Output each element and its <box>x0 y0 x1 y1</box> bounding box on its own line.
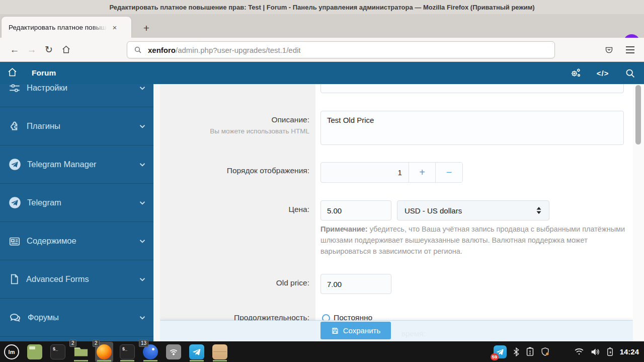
folder-window-button[interactable]: 2 <box>72 342 90 362</box>
telegram-app-button[interactable] <box>188 342 206 362</box>
description-hint: Вы можете использовать HTML <box>160 127 309 135</box>
search-icon <box>134 46 142 54</box>
screen: Редактировать платное повышение прав: Te… <box>0 0 644 362</box>
old-price-input[interactable] <box>320 274 391 294</box>
battery-tray-icon[interactable] <box>606 347 614 356</box>
save-button[interactable]: Сохранить <box>320 322 391 339</box>
home-button[interactable] <box>57 41 74 58</box>
telegram-icon <box>8 196 22 209</box>
taskbar-apps: lm $_ 2 2 $_ 13 <box>0 342 229 362</box>
sidebar-item-telegram[interactable]: Telegram <box>0 184 153 222</box>
menu-button[interactable] <box>621 41 638 58</box>
telegram-tray-icon[interactable]: 59 <box>494 345 507 358</box>
window-titlebar: Редактировать платное повышение прав: Te… <box>0 0 644 14</box>
increment-button[interactable]: + <box>409 163 436 182</box>
reload-button[interactable]: ↻ <box>40 41 57 58</box>
window-count-badge: 13 <box>139 340 148 347</box>
forward-button[interactable]: → <box>23 41 40 58</box>
back-button[interactable]: ← <box>6 41 23 58</box>
tab-bar: Редактировать платное повыш × + <box>0 14 644 38</box>
chevron-down-icon <box>138 275 147 284</box>
sliders-icon <box>8 84 21 95</box>
admin-sidebar: Настройки Плагины Telegram Manager <box>0 84 153 341</box>
tray-clock[interactable]: 14:24 <box>620 347 639 356</box>
file-manager-button[interactable] <box>26 342 44 362</box>
volume-tray-icon[interactable] <box>590 347 600 356</box>
unread-count-badge: 59 <box>491 353 499 360</box>
archive-app-button[interactable] <box>211 342 229 362</box>
sidebar-item-label: Telegram Manager <box>27 160 97 169</box>
chevron-down-icon <box>138 313 147 322</box>
decrement-button[interactable]: − <box>435 163 462 182</box>
sidebar-item-plugins[interactable]: Плагины <box>0 107 153 146</box>
sidebar-item-content[interactable]: Содержимое <box>0 222 153 260</box>
display-order-input[interactable]: 1 <box>321 163 409 182</box>
home-icon <box>7 67 18 78</box>
wifi-tray-icon[interactable] <box>574 347 584 356</box>
search-icon <box>625 68 635 79</box>
browser-toolbar: ← → ↻ xenforo/admin.php?user-upgrades/te… <box>0 38 644 62</box>
price-note: Примечание: убедитесь, что Ваша учётная … <box>320 224 628 257</box>
sidebar-item-label: Плагины <box>27 121 60 131</box>
admin-brand[interactable]: Forum <box>32 68 56 78</box>
clipboard-tray-icon[interactable] <box>526 347 534 356</box>
mail-app-button[interactable]: 13 <box>141 342 159 362</box>
window-count-badge: 2 <box>93 340 100 347</box>
page-scrollbar[interactable] <box>633 84 644 341</box>
admin-header-actions: </> <box>570 62 636 84</box>
hamburger-icon <box>626 46 634 47</box>
save-bar: Сохранить <box>160 320 633 341</box>
sidebar-item-telegram-manager[interactable]: Telegram Manager <box>0 146 153 184</box>
currency-select[interactable]: USD - US dollars <box>397 200 549 221</box>
title-field-partial[interactable] <box>320 84 624 93</box>
mint-logo-icon: lm <box>4 344 19 359</box>
pocket-icon <box>604 45 614 55</box>
puzzle-icon <box>8 120 21 133</box>
save-icon <box>331 327 339 335</box>
keyboard-layout-flag-ru[interactable] <box>556 348 568 356</box>
mint-menu-button[interactable]: lm <box>3 342 21 362</box>
page-gap <box>153 84 160 341</box>
new-tab-button[interactable]: + <box>139 21 154 36</box>
admin-code-button[interactable]: </> <box>597 67 609 79</box>
chat-bubbles-icon <box>8 311 22 325</box>
sidebar-item-forums[interactable]: Форумы <box>0 299 153 337</box>
url-bar[interactable]: xenforo/admin.php?user-upgrades/test.1/e… <box>127 41 555 58</box>
user-upgrade-edit-form: Описание: Вы можете использовать HTML Te… <box>160 84 633 341</box>
scrollbar-thumb[interactable] <box>635 85 641 144</box>
sidebar-item-settings[interactable]: Настройки <box>0 84 153 107</box>
gear-icon <box>570 67 582 79</box>
document-icon <box>8 273 21 285</box>
price-input[interactable] <box>320 200 391 221</box>
telegram-icon <box>189 344 204 359</box>
display-order-label: Порядок отображения: <box>160 166 309 175</box>
price-note-bold: Примечание: <box>320 225 368 233</box>
url-text: xenforo/admin.php?user-upgrades/test.1/e… <box>148 46 301 54</box>
admin-header: Forum </> <box>0 62 644 84</box>
admin-home-button[interactable] <box>7 67 18 80</box>
chevron-down-icon <box>138 122 147 131</box>
bluetooth-tray-icon[interactable] <box>513 347 520 356</box>
window-title: Редактировать платное повышение прав: Te… <box>109 4 534 11</box>
terminal-button-1[interactable]: $_ <box>49 342 67 362</box>
network-app-button[interactable] <box>165 342 183 362</box>
admin-search-button[interactable] <box>624 67 636 79</box>
admin-settings-button[interactable] <box>570 67 582 79</box>
home-icon <box>61 45 71 54</box>
sidebar-item-label: Настройки <box>27 84 67 93</box>
sidebar-item-label: Advanced Forms <box>26 274 89 284</box>
pocket-button[interactable] <box>600 41 617 58</box>
tab-close-icon[interactable]: × <box>109 22 120 33</box>
window-count-badge: 2 <box>69 340 76 347</box>
telegram-icon <box>8 158 22 171</box>
browser-tab[interactable]: Редактировать платное повыш × <box>2 17 131 38</box>
security-shield-tray-icon[interactable] <box>540 347 550 356</box>
url-domain: xenforo <box>148 46 176 54</box>
terminal-button-2[interactable]: $_ <box>118 342 136 362</box>
firefox-button[interactable]: 2 <box>95 342 113 362</box>
chevron-down-icon <box>138 84 147 93</box>
sidebar-item-advanced-forms[interactable]: Advanced Forms <box>0 260 153 299</box>
terminal-icon: $_ <box>50 344 65 359</box>
currency-value: USD - US dollars <box>405 206 462 215</box>
description-textarea[interactable]: Test Old Price <box>320 111 624 145</box>
